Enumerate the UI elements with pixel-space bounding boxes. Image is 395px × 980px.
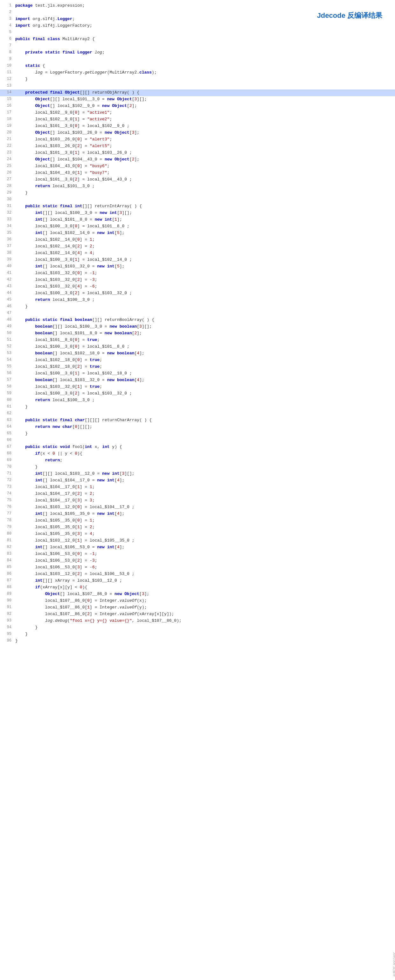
- line-content: return local_$100__3_0 ;: [14, 397, 395, 403]
- line-number: 18: [0, 116, 14, 122]
- line-number: 60: [0, 397, 14, 403]
- line-content: local_$102__18_0[0] = true;: [14, 357, 395, 363]
- line-content: Object[] local_$104__43_0 = new Object[2…: [14, 156, 395, 163]
- line-content: local_$103__32_0[2] = -3;: [14, 277, 395, 283]
- line-number: 88: [0, 584, 14, 590]
- line-number: 79: [0, 524, 14, 530]
- line-content: return local_$101__3_0 ;: [14, 183, 395, 189]
- line-number: 14: [0, 89, 14, 95]
- line-number: 65: [0, 430, 14, 436]
- code-line: 37 local_$102__14_0[2] = 2;: [0, 243, 395, 250]
- code-line: 4import org.slf4j.LoggerFactory;: [0, 22, 395, 29]
- line-number: 9: [0, 56, 14, 62]
- line-content: local_$107__86_0[2] = Integer.valueOf(xA…: [14, 611, 395, 617]
- line-content: public static void foo1(int x, int y) {: [14, 444, 395, 450]
- line-number: 80: [0, 531, 14, 537]
- code-line: 17 local_$102__9_0[0] = "active1";: [0, 110, 395, 116]
- code-line: 55 local_$102__18_0[2] = true;: [0, 364, 395, 370]
- line-number: 50: [0, 330, 14, 336]
- code-line: 81 local_$103__12_0[1] = local_$105__35_…: [0, 538, 395, 544]
- line-number: 91: [0, 604, 14, 610]
- line-number: 47: [0, 310, 14, 316]
- code-line: 34 local_$100__3_0[0] = local_$101__8_0 …: [0, 223, 395, 230]
- line-content: boolean[][] local_$100__3_0 = new boolea…: [14, 323, 395, 330]
- line-number: 75: [0, 497, 14, 503]
- line-number: 96: [0, 638, 14, 644]
- line-number: 59: [0, 390, 14, 396]
- code-line: 16 Object[] local_$102__9_0 = new Object…: [0, 103, 395, 110]
- code-line: 62: [0, 410, 395, 417]
- line-number: 31: [0, 203, 14, 209]
- line-content: local_$103__26_0[0] = "alert3";: [14, 136, 395, 143]
- code-line: 43 local_$103__32_0[4] = -6;: [0, 283, 395, 290]
- line-number: 5: [0, 29, 14, 35]
- line-content: [14, 437, 395, 444]
- code-line: 65 }: [0, 430, 395, 437]
- line-content: local_$106__53_0[2] = -3;: [14, 557, 395, 564]
- line-number: 29: [0, 190, 14, 196]
- code-line: 59 local_$100__3_0[2] = local_$103__32_0…: [0, 390, 395, 397]
- line-content: local_$101__8_0[0] = true;: [14, 337, 395, 343]
- page-title: Jdecode 反编译结果: [317, 10, 382, 21]
- line-number: 55: [0, 364, 14, 370]
- line-content: }: [14, 624, 395, 631]
- code-line: 42 local_$103__32_0[2] = -3;: [0, 277, 395, 283]
- line-number: 62: [0, 410, 14, 417]
- code-line: 77 int[] local_$105__35_0 = new int[4];: [0, 511, 395, 517]
- line-content: static {: [14, 63, 395, 69]
- code-line: 23 local_$101__3_0[1] = local_$103__26_0…: [0, 150, 395, 156]
- line-number: 95: [0, 631, 14, 637]
- line-content: local_$100__3_0[1] = local_$102__18_0 ;: [14, 370, 395, 377]
- code-line: 30: [0, 196, 395, 203]
- line-number: 24: [0, 156, 14, 162]
- line-content: public static final char[][][] returnCha…: [14, 417, 395, 423]
- line-number: 68: [0, 450, 14, 457]
- line-content: }: [14, 76, 395, 83]
- code-line: 68 if(x < 0 || y < 0){: [0, 450, 395, 457]
- line-content: int[] local_$102__14_0 = new int[5];: [14, 230, 395, 236]
- code-line: 63 public static final char[][][] return…: [0, 417, 395, 424]
- line-number: 30: [0, 196, 14, 202]
- code-line: 46 }: [0, 304, 395, 310]
- line-content: local_$102__14_0[2] = 2;: [14, 243, 395, 250]
- code-line: 38 local_$102__14_0[4] = 4;: [0, 250, 395, 257]
- line-content: }: [14, 631, 395, 637]
- code-line: 96}: [0, 638, 395, 644]
- code-line: 87 int[][] xArray = local_$103__12_0 ;: [0, 578, 395, 584]
- code-line: 48 public static final boolean[][] retur…: [0, 317, 395, 323]
- line-number: 8: [0, 49, 14, 56]
- code-line: 14 protected final Object[][] returnObjA…: [0, 89, 395, 96]
- line-content: local_$101__3_0[1] = local_$103__26_0 ;: [14, 150, 395, 156]
- code-line: 88 if(xArray[x][y] < 0){: [0, 584, 395, 591]
- line-number: 70: [0, 464, 14, 470]
- line-number: 2: [0, 9, 14, 15]
- line-number: 12: [0, 76, 14, 82]
- line-number: 52: [0, 344, 14, 350]
- line-number: 26: [0, 170, 14, 176]
- line-number: 38: [0, 250, 14, 256]
- line-number: 87: [0, 578, 14, 584]
- line-content: local_$105__35_0[3] = 4;: [14, 531, 395, 537]
- line-content: local_$101__3_0[2] = local_$104__43_0 ;: [14, 177, 395, 183]
- code-line: 94 }: [0, 624, 395, 631]
- code-line: 45 return local_$100__3_0 ;: [0, 297, 395, 304]
- line-content: return new char[0][][];: [14, 424, 395, 430]
- code-line: 19 local_$101__3_0[0] = local_$102__9_0 …: [0, 123, 395, 130]
- line-number: 48: [0, 317, 14, 323]
- line-content: local_$107__86_0[1] = Integer.valueOf(y)…: [14, 604, 395, 611]
- line-number: 76: [0, 504, 14, 510]
- line-number: 37: [0, 243, 14, 249]
- line-content: local_$104__43_0[1] = "busy7";: [14, 170, 395, 176]
- line-content: Object[] local_$107__86_0 = new Object[3…: [14, 591, 395, 597]
- line-number: 64: [0, 424, 14, 430]
- line-content: local_$100__3_0[1] = local_$102__14_0 ;: [14, 257, 395, 263]
- line-number: 71: [0, 471, 14, 477]
- code-line: 57 boolean[] local_$103__32_0 = new bool…: [0, 377, 395, 383]
- line-content: local_$106__53_0[0] = -1;: [14, 551, 395, 557]
- line-number: 3: [0, 16, 14, 22]
- line-number: 54: [0, 357, 14, 363]
- line-number: 39: [0, 257, 14, 262]
- line-content: Object[] local_$103__26_0 = new Object[3…: [14, 130, 395, 136]
- line-content: local_$100__3_0[2] = local_$103__32_0 ;: [14, 290, 395, 296]
- code-line: 28 return local_$101__3_0 ;: [0, 183, 395, 190]
